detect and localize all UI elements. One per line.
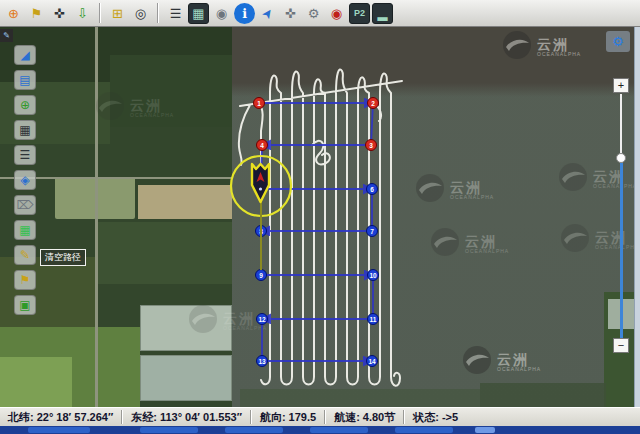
waypoint-2[interactable]: 2 [367, 97, 379, 109]
draw-tool-icon[interactable]: ✎ [0, 29, 13, 42]
taskbar [0, 426, 640, 434]
monitor-icon[interactable]: ▦ [188, 3, 209, 24]
toolbar: ⊕⚑✜⇩⊞◎☰▦◉ℹ➤✜⚙◉P2▂ [0, 0, 640, 27]
eraser-icon[interactable]: ◢ [14, 45, 36, 65]
map-settings-button[interactable]: ⚙ [606, 31, 630, 52]
trash-icon[interactable]: ⌦ [14, 195, 36, 215]
status-lon: 东经:113° 04′ 01.553″ [123, 410, 250, 425]
route-edit-icon[interactable]: ⚑ [26, 3, 47, 24]
clear-path-tooltip: 清空路径 [40, 249, 86, 266]
taskbar-item[interactable] [140, 427, 198, 433]
waypoint-9[interactable]: 9 [255, 269, 267, 281]
waypoint-7[interactable]: 7 [366, 225, 378, 237]
list-icon[interactable]: ☰ [165, 3, 186, 24]
new-mission-icon[interactable]: ⊕ [3, 3, 24, 24]
taskbar-item[interactable] [225, 427, 283, 433]
status-speed: 航速:4.80节 [326, 410, 403, 425]
waypoint-14[interactable]: 14 [366, 355, 378, 367]
status-heading: 航向:179.5 [252, 410, 324, 425]
waypoint-layer: 1234567891011121314 [0, 27, 640, 407]
clear-path-icon[interactable]: ⚑ [14, 270, 36, 290]
compass-target-icon[interactable]: ◎ [130, 3, 151, 24]
new-doc-icon[interactable]: ⊕ [14, 95, 36, 115]
waypoint-11[interactable]: 11 [367, 313, 379, 325]
camera-icon[interactable]: ◉ [326, 3, 347, 24]
zoom-slider-track[interactable] [620, 94, 622, 153]
waypoint-1[interactable]: 1 [253, 97, 265, 109]
nav-arrow-icon[interactable]: ➤ [253, 0, 282, 28]
waypoint-5[interactable]: 5 [255, 183, 267, 195]
gear-icon[interactable]: ⚙ [303, 3, 324, 24]
info-icon[interactable]: ℹ [234, 3, 255, 24]
grid-icon[interactable]: ▦ [14, 120, 36, 140]
console-icon[interactable]: ▂ [372, 3, 393, 24]
taskbar-item[interactable] [475, 427, 495, 433]
waypoint-8[interactable]: 8 [255, 225, 267, 237]
waypoint-4[interactable]: 4 [256, 139, 268, 151]
map-image-icon[interactable]: ▣ [14, 295, 36, 315]
waypoint-13[interactable]: 13 [256, 355, 268, 367]
waypoint-6[interactable]: 6 [366, 183, 378, 195]
waypoint-10[interactable]: 10 [367, 269, 379, 281]
toolbar-separator [157, 3, 159, 23]
zoom-slider-knob[interactable] [616, 153, 626, 163]
waypoint-3[interactable]: 3 [365, 139, 377, 151]
taskbar-item[interactable] [310, 427, 368, 433]
console-icon[interactable]: ▦ [14, 220, 36, 240]
gamepad-icon[interactable]: ✜ [280, 3, 301, 24]
statusbar: 北纬:22° 18′ 57.264″东经:113° 04′ 01.553″航向:… [0, 407, 640, 426]
list-icon[interactable]: ☰ [14, 145, 36, 165]
zoom-in-button[interactable]: + [613, 78, 629, 93]
toolbar-separator [99, 3, 101, 23]
save-icon[interactable]: ▤ [14, 70, 36, 90]
webcam-icon[interactable]: ◉ [211, 3, 232, 24]
zoom-out-button[interactable]: − [613, 338, 629, 353]
usv-control-window: ⊕⚑✜⇩⊞◎☰▦◉ℹ➤✜⚙◉P2▂ 云洲OCEANAL [0, 0, 640, 434]
status-lat: 北纬:22° 18′ 57.264″ [0, 410, 121, 425]
waypoint-12[interactable]: 12 [256, 313, 268, 325]
taskbar-item[interactable] [395, 427, 453, 433]
waypoint-grid-icon[interactable]: ⊞ [107, 3, 128, 24]
pan-icon[interactable]: ◈ [14, 170, 36, 190]
taskbar-item[interactable] [28, 427, 90, 433]
joystick-icon[interactable]: ✜ [49, 3, 70, 24]
status-state: 状态:->5 [405, 410, 466, 425]
edit-icon[interactable]: ✎ [14, 245, 36, 265]
import-icon[interactable]: ⇩ [72, 3, 93, 24]
zoom-slider-track-lower[interactable] [620, 163, 623, 338]
p2-panel-icon[interactable]: P2 [349, 3, 370, 24]
map-viewport[interactable]: 云洲OCEANALPHA云洲OCEANALPHA云洲OCEANALPHA云洲OC… [0, 27, 640, 407]
window-border-right [634, 27, 640, 426]
